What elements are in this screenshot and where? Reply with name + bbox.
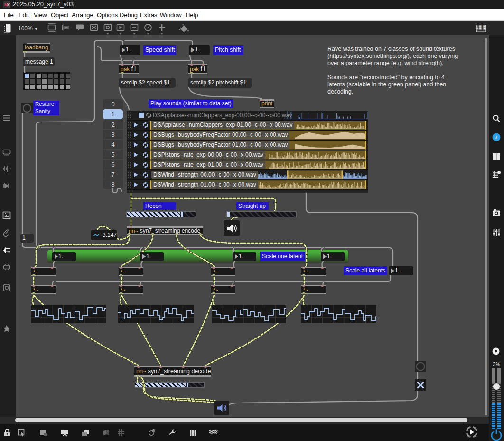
svg-text:m: m (65, 26, 68, 30)
svg-text:X: X (7, 2, 10, 7)
